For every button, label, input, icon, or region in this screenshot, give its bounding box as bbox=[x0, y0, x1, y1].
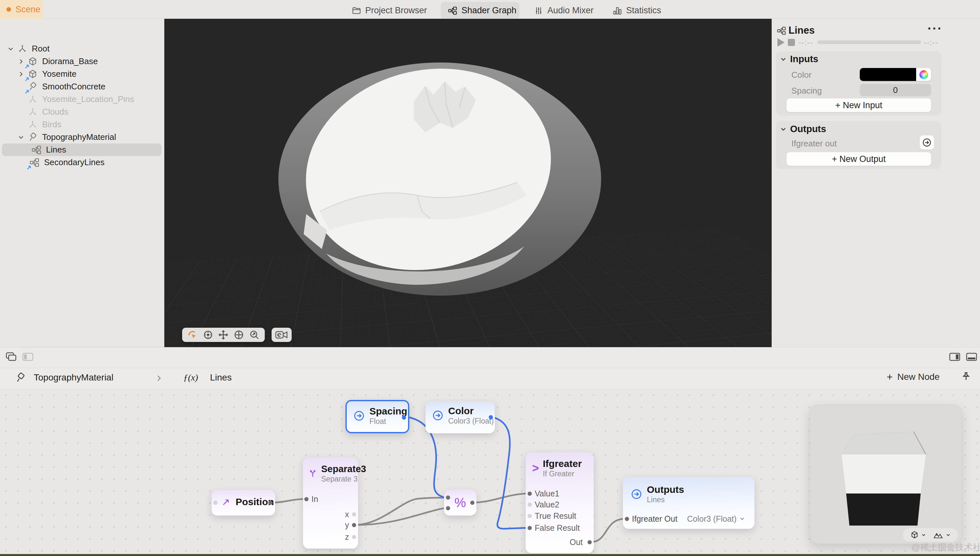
tab-project-browser[interactable]: Project Browser bbox=[352, 0, 427, 21]
tab-statistics[interactable]: Statistics bbox=[612, 0, 661, 21]
preview-shape-dropdown[interactable] bbox=[910, 530, 926, 540]
tab-audio-mixer[interactable]: Audio Mixer bbox=[534, 0, 594, 21]
node-position[interactable]: Position bbox=[212, 490, 275, 516]
scene-tab[interactable]: Scene bbox=[0, 0, 43, 19]
diorama-model[interactable] bbox=[278, 59, 602, 299]
input-port-2[interactable] bbox=[446, 506, 450, 510]
tree-item-yosemite-location-pins[interactable]: Yosemite_Location_Pins bbox=[0, 93, 164, 105]
reference-arrow-badge-icon bbox=[26, 165, 32, 170]
port-false-result[interactable] bbox=[528, 526, 532, 530]
node-subtitle: Float bbox=[369, 417, 407, 426]
node-modulo[interactable]: % bbox=[444, 490, 476, 516]
chevron-down-icon[interactable] bbox=[16, 134, 27, 141]
bottom-panel-toggle-icon[interactable] bbox=[966, 352, 977, 362]
viewport-3d[interactable] bbox=[164, 19, 772, 347]
port-type-dropdown[interactable]: Color3 (Float) bbox=[687, 514, 745, 524]
tree-item-diorama-base[interactable]: Diorama_Base bbox=[0, 55, 164, 68]
port-value1[interactable] bbox=[528, 491, 532, 496]
color-swatch[interactable] bbox=[860, 68, 931, 81]
orbit-tool-icon[interactable] bbox=[202, 328, 215, 341]
bar-chart-icon bbox=[612, 6, 622, 16]
node-spacing[interactable]: Spacing Float bbox=[345, 400, 409, 433]
select-tool-icon[interactable] bbox=[186, 328, 199, 341]
port-z[interactable] bbox=[352, 535, 356, 539]
port-out[interactable] bbox=[588, 540, 592, 544]
shader-graph-icon bbox=[777, 26, 787, 36]
preview-cube bbox=[810, 405, 962, 544]
left-sidebar-toggle-icon[interactable] bbox=[22, 352, 34, 362]
tree-item-topographymaterial[interactable]: TopographyMaterial bbox=[0, 131, 164, 144]
output-port[interactable] bbox=[470, 501, 475, 505]
material-icon bbox=[27, 131, 39, 144]
scene-hierarchy-sidebar: Root Diorama_Base Yosemite SmoothConcret… bbox=[0, 19, 164, 347]
tree-item-smoothconcrete[interactable]: SmoothConcrete bbox=[0, 80, 164, 93]
port-true-result[interactable] bbox=[528, 514, 532, 518]
tab-shader-graph[interactable]: Shader Graph bbox=[448, 0, 517, 21]
tree-item-clouds[interactable]: Clouds bbox=[0, 105, 164, 118]
node-separate3[interactable]: Separate3 Separate 3 In x y z bbox=[303, 457, 358, 548]
port-label: Ifgreater Out bbox=[632, 514, 677, 524]
port-label: z bbox=[345, 532, 349, 542]
move-tool-icon[interactable] bbox=[217, 328, 230, 341]
chevron-down-icon[interactable] bbox=[780, 126, 787, 133]
tree-item-label: Yosemite bbox=[42, 69, 76, 79]
new-input-button[interactable]: + New Input bbox=[787, 99, 931, 112]
port-ifgreater-out[interactable] bbox=[625, 517, 629, 521]
globe-tool-icon[interactable] bbox=[232, 328, 245, 341]
zoom-tool-icon[interactable] bbox=[248, 328, 261, 341]
port-x[interactable] bbox=[352, 512, 356, 517]
tree-item-root[interactable]: Root bbox=[0, 42, 164, 55]
tree-item-label: Diorama_Base bbox=[42, 57, 98, 66]
new-output-button[interactable]: + New Output bbox=[787, 152, 931, 166]
port-y[interactable] bbox=[352, 523, 356, 527]
goto-output-button[interactable] bbox=[920, 135, 934, 150]
tree-item-secondarylines[interactable]: SecondaryLines bbox=[0, 156, 164, 169]
stop-button[interactable] bbox=[788, 39, 795, 46]
node-color[interactable]: Color Color3 (Float) bbox=[426, 402, 495, 433]
tree-item-label: Clouds bbox=[42, 107, 68, 117]
folder-icon bbox=[352, 6, 361, 16]
output-port[interactable] bbox=[489, 415, 493, 419]
tree-item-label: SmoothConcrete bbox=[42, 82, 105, 92]
tree-item-yosemite[interactable]: Yosemite bbox=[0, 68, 164, 80]
viewport-toolbar bbox=[182, 328, 265, 342]
port-label: In bbox=[311, 495, 318, 504]
timeline-scrubber[interactable] bbox=[817, 40, 921, 44]
inputs-header: Inputs bbox=[790, 54, 818, 65]
right-panel-toggle-icon[interactable] bbox=[949, 352, 961, 362]
tree-item-label: SecondaryLines bbox=[44, 157, 104, 167]
scenes-toggle-icon[interactable] bbox=[5, 352, 17, 362]
color-wheel-icon[interactable] bbox=[919, 70, 928, 79]
camera-reset-button[interactable] bbox=[272, 328, 292, 342]
node-subtitle: Separate 3 bbox=[321, 474, 366, 483]
play-button[interactable] bbox=[778, 38, 785, 47]
pin-icon[interactable] bbox=[961, 371, 972, 382]
port-in[interactable] bbox=[304, 497, 309, 501]
node-ifgreater[interactable]: > Ifgreater If Greater Value1 Value2 Tru… bbox=[526, 453, 594, 553]
material-preview-panel[interactable] bbox=[810, 405, 962, 544]
shader-graph-icon bbox=[29, 157, 41, 169]
output-port[interactable] bbox=[402, 415, 406, 420]
tree-item-lines[interactable]: Lines bbox=[2, 144, 161, 156]
tree-item-birds[interactable]: Birds bbox=[0, 118, 164, 131]
more-options-button[interactable]: ··· bbox=[928, 21, 943, 36]
chevron-down-icon[interactable] bbox=[5, 45, 16, 52]
port-value2[interactable] bbox=[528, 503, 532, 507]
preview-environment-dropdown[interactable] bbox=[933, 530, 951, 540]
plus-icon: + bbox=[887, 372, 893, 382]
tree-item-label: Yosemite_Location_Pins bbox=[42, 94, 134, 104]
function-icon: ƒ(x) bbox=[183, 372, 198, 383]
node-subtitle: Color3 (Float) bbox=[448, 417, 494, 425]
input-port-1[interactable] bbox=[446, 495, 450, 499]
output-port[interactable] bbox=[268, 501, 272, 505]
new-node-button[interactable]: + New Node bbox=[887, 372, 940, 382]
port-label: Value2 bbox=[535, 500, 559, 509]
tree-item-label: Birds bbox=[42, 120, 61, 129]
port-type-value: Color3 (Float) bbox=[687, 514, 737, 523]
input-port[interactable] bbox=[213, 501, 217, 505]
breadcrumb-material[interactable]: TopographyMaterial bbox=[34, 372, 113, 383]
breadcrumb-node[interactable]: Lines bbox=[210, 372, 232, 383]
node-outputs[interactable]: Outputs Lines Ifgreater Out Color3 (Floa… bbox=[623, 477, 755, 529]
spacing-value-field[interactable]: 0 bbox=[860, 84, 931, 96]
chevron-down-icon[interactable] bbox=[780, 56, 787, 63]
